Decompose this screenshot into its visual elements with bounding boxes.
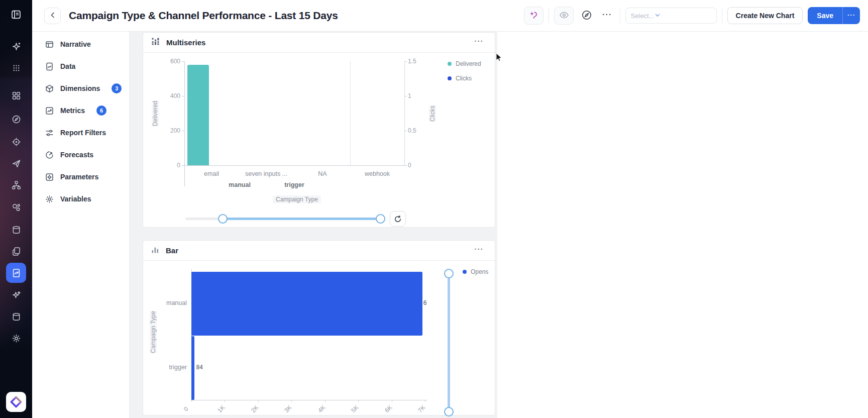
card-menu-button[interactable]: ··· [472,37,487,48]
card-menu-button[interactable]: ··· [472,245,487,256]
v-slider-track[interactable] [448,274,450,411]
topbar-actions: ··· Select... Create New Chart Save ··· [524,7,860,25]
y-axis-name-right: Clicks [429,106,436,122]
filters-icon [45,129,54,137]
legend-item-clicks[interactable]: Clicks [448,75,472,82]
select-placeholder: Select... [631,12,655,20]
chevron-down-icon [655,12,661,20]
rail-icon-database[interactable] [6,306,26,327]
x-axis-tick-label: 2K [250,404,260,414]
x-category-label: NA [292,170,353,177]
sidebar-item-metrics[interactable]: Metrics6 [32,99,129,122]
preview-eye-button[interactable] [554,7,574,25]
rail-icon-sparkles[interactable] [6,285,26,305]
sidebar-item-label: Parameters [60,173,98,181]
y-axis-left [184,61,185,186]
x-axis-tick-label: 5K [350,404,360,414]
bar-value-label: 84 [196,364,203,371]
tick-mark [358,400,359,402]
rail-icon-dashboard[interactable] [6,85,26,106]
create-new-chart-button[interactable]: Create New Chart [727,7,803,24]
ai-sparkle-pen-icon [528,10,539,22]
card-title: Multiseries [166,38,205,47]
compass-icon [581,10,592,22]
explore-compass-button[interactable] [579,7,595,25]
save-button[interactable]: Save [808,7,842,24]
rail-icon-apps-grid[interactable] [6,58,26,78]
rail-icon-send[interactable] [6,153,26,173]
legend-item-opens[interactable]: Opens [463,268,488,275]
refresh-button[interactable] [390,211,406,227]
tick-mark [392,400,392,402]
card-header: Bar ··· [143,241,495,261]
sidebar-item-dimensions[interactable]: Dimensions3 [32,77,129,99]
variables-icon [45,195,54,203]
tick-mark [182,131,184,131]
sidebar-item-label: Dimensions [60,84,100,92]
tick-mark [225,400,225,402]
y-axis-tick-label: 600 [157,58,180,65]
v-slider-handle-top[interactable] [444,269,454,278]
x-axis-tick-label: 1K [216,404,227,414]
legend-label: Delivered [456,60,481,67]
sidebar-item-narrative[interactable]: Narrative [32,33,129,55]
parameters-icon [45,173,54,181]
sidebar-item-report-filters[interactable]: Report Filters [32,122,129,144]
x-axis-tick-label: 6K [383,404,393,414]
divider [620,8,620,23]
rail-icon-ai-sparkle[interactable] [6,36,26,56]
rail-icon-pages[interactable] [6,241,26,261]
rail-icon-hierarchy[interactable] [6,175,26,195]
y-axis-tick-label: 0 [157,162,180,169]
x-axis-tick-label: 3K [283,404,293,414]
more-options-button[interactable]: ··· [600,7,615,25]
tick-mark [191,400,192,402]
select-dropdown[interactable]: Select... [625,8,717,24]
rail-icon-bubbles[interactable] [6,197,26,218]
slider-track-inactive[interactable] [185,218,223,220]
y-axis-right [404,61,405,165]
ai-assistant-button[interactable] [524,7,544,25]
x-axis-tick-label: 0 [182,405,190,413]
sidebar-item-label: Variables [60,195,91,203]
legend-item-delivered[interactable]: Delivered [448,60,481,67]
tick-mark [325,400,325,402]
rail-icon-compass[interactable] [6,109,26,129]
card-title: Bar [166,246,178,255]
topbar: Campaign Type & Channel Performance - La… [32,0,868,32]
x-category-label: seven inputs ... [236,170,296,177]
sidebar-item-parameters[interactable]: Parameters [32,166,129,188]
y-axis-tick-label: 200 [157,127,180,134]
slider-track-active[interactable] [223,218,380,220]
x-axis-title: Campaign Type [273,195,321,203]
slider-handle-end[interactable] [376,214,385,224]
back-button[interactable] [44,8,61,24]
rail-icon-settings[interactable] [6,328,26,348]
bar-chart-icon [151,246,159,256]
bar-delivered-email[interactable] [187,65,209,165]
slider-handle-start[interactable] [218,214,228,224]
brand-logo [6,392,26,412]
tick-mark [404,131,407,131]
divider [549,8,549,23]
left-rail [0,0,32,418]
dimensions-icon [45,84,54,93]
sidebar-item-variables[interactable]: Variables [32,188,129,210]
tick-mark [425,400,425,402]
tick-mark [182,165,184,166]
app-logo-icon[interactable] [11,9,22,20]
rail-icon-chart-doc[interactable] [6,263,26,283]
save-more-button[interactable]: ··· [842,7,860,24]
x-category-label: webhook [347,170,407,177]
rail-icon-database[interactable] [6,220,26,240]
bar-manual[interactable] [191,272,422,336]
rail-icon-target[interactable] [6,132,26,152]
sidebar-item-forecasts[interactable]: Forecasts [32,144,129,166]
sidebar-item-data[interactable]: Data [32,55,129,77]
bar-trigger[interactable] [191,336,194,400]
forecasts-icon [45,151,54,159]
tick-mark [404,96,407,96]
narrative-icon [45,40,54,49]
refresh-icon [394,215,402,223]
v-slider-handle-bottom[interactable] [444,407,454,416]
